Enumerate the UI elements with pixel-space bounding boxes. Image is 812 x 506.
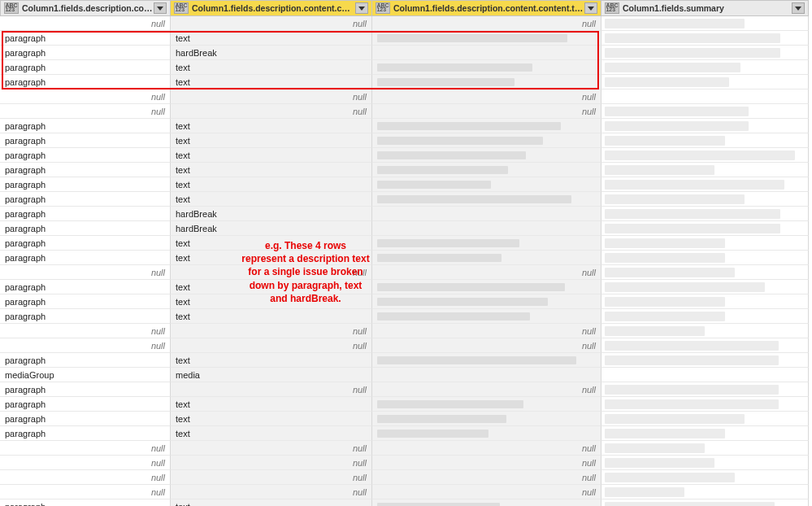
cell-summary[interactable] <box>601 309 809 324</box>
cell-c2[interactable]: text <box>171 397 372 412</box>
cell-c2[interactable]: text <box>171 412 372 426</box>
cell-summary[interactable] <box>601 499 809 506</box>
cell-summary[interactable] <box>601 324 809 338</box>
cell-c2[interactable]: text <box>171 75 372 89</box>
cell-c1[interactable]: paragraph <box>0 119 171 133</box>
cell-c1[interactable]: paragraph <box>0 221 171 236</box>
cell-c3[interactable] <box>372 221 601 236</box>
cell-c2[interactable]: null <box>171 89 372 104</box>
cell-summary[interactable] <box>601 16 809 31</box>
cell-summary[interactable] <box>601 89 809 104</box>
cell-c3[interactable]: null <box>372 16 601 31</box>
cell-c1[interactable]: paragraph <box>0 397 171 412</box>
cell-c1[interactable]: paragraph <box>0 412 171 426</box>
cell-c1[interactable]: null <box>0 441 171 456</box>
datatype-icon[interactable]: ABC123 <box>376 2 390 14</box>
cell-summary[interactable] <box>601 265 809 280</box>
cell-summary[interactable] <box>601 353 809 368</box>
column-header-1[interactable]: ABC123Column1.fields.description.content… <box>171 0 372 16</box>
cell-summary[interactable] <box>601 119 809 133</box>
cell-c2[interactable]: null <box>171 485 372 499</box>
column-filter-dropdown[interactable] <box>355 2 368 14</box>
cell-c2[interactable]: hardBreak <box>171 46 372 60</box>
cell-c2[interactable]: text <box>171 192 372 207</box>
datatype-icon[interactable]: ABC123 <box>605 2 619 14</box>
cell-c2[interactable]: text <box>171 31 372 46</box>
cell-c3[interactable] <box>372 207 601 221</box>
cell-c3[interactable]: null <box>372 265 601 280</box>
cell-c2[interactable]: text <box>171 353 372 368</box>
cell-c2[interactable]: null <box>171 324 372 338</box>
cell-c2[interactable]: null <box>171 382 372 397</box>
cell-c1[interactable]: paragraph <box>0 294 171 309</box>
cell-c1[interactable]: null <box>0 456 171 470</box>
cell-c3[interactable]: null <box>372 104 601 119</box>
cell-c3[interactable] <box>372 119 601 133</box>
cell-c1[interactable]: mediaGroup <box>0 368 171 382</box>
cell-c3[interactable] <box>372 148 601 163</box>
cell-c3[interactable] <box>372 368 601 382</box>
cell-summary[interactable] <box>601 397 809 412</box>
cell-c3[interactable] <box>372 397 601 412</box>
cell-c2[interactable]: null <box>171 265 372 280</box>
cell-c1[interactable]: paragraph <box>0 499 171 506</box>
cell-c3[interactable] <box>372 177 601 192</box>
cell-c3[interactable] <box>372 192 601 207</box>
cell-c1[interactable]: paragraph <box>0 382 171 397</box>
cell-c1[interactable]: paragraph <box>0 60 171 75</box>
cell-summary[interactable] <box>601 221 809 236</box>
cell-c2[interactable]: text <box>171 280 372 294</box>
cell-c2[interactable]: hardBreak <box>171 221 372 236</box>
cell-c1[interactable]: null <box>0 104 171 119</box>
cell-c2[interactable]: text <box>171 133 372 148</box>
cell-c1[interactable]: paragraph <box>0 236 171 251</box>
cell-summary[interactable] <box>601 236 809 251</box>
cell-c1[interactable]: null <box>0 485 171 499</box>
cell-c1[interactable]: paragraph <box>0 177 171 192</box>
cell-c2[interactable]: null <box>171 456 372 470</box>
cell-c3[interactable]: null <box>372 470 601 485</box>
cell-c1[interactable]: paragraph <box>0 163 171 177</box>
cell-c2[interactable]: null <box>171 470 372 485</box>
cell-c3[interactable] <box>372 133 601 148</box>
cell-c3[interactable] <box>372 251 601 265</box>
cell-c3[interactable] <box>372 426 601 441</box>
datatype-icon[interactable]: ABC123 <box>174 2 189 14</box>
cell-c3[interactable]: null <box>372 456 601 470</box>
cell-c1[interactable]: null <box>0 89 171 104</box>
cell-c1[interactable]: paragraph <box>0 133 171 148</box>
cell-c1[interactable]: paragraph <box>0 353 171 368</box>
column-filter-dropdown[interactable] <box>792 2 805 14</box>
column-filter-dropdown[interactable] <box>154 2 167 14</box>
cell-summary[interactable] <box>601 456 809 470</box>
cell-c2[interactable]: text <box>171 148 372 163</box>
cell-c2[interactable]: null <box>171 441 372 456</box>
cell-c3[interactable]: null <box>372 338 601 353</box>
cell-c2[interactable]: media <box>171 368 372 382</box>
cell-summary[interactable] <box>601 294 809 309</box>
cell-summary[interactable] <box>601 382 809 397</box>
cell-c2[interactable]: text <box>171 309 372 324</box>
cell-summary[interactable] <box>601 280 809 294</box>
cell-c3[interactable] <box>372 309 601 324</box>
cell-c1[interactable]: paragraph <box>0 207 171 221</box>
cell-summary[interactable] <box>601 60 809 75</box>
cell-c3[interactable] <box>372 31 601 46</box>
cell-c2[interactable]: text <box>171 236 372 251</box>
cell-c3[interactable] <box>372 163 601 177</box>
cell-summary[interactable] <box>601 46 809 60</box>
cell-c2[interactable]: text <box>171 294 372 309</box>
cell-c3[interactable] <box>372 353 601 368</box>
cell-c3[interactable]: null <box>372 382 601 397</box>
cell-c2[interactable]: null <box>171 104 372 119</box>
cell-c1[interactable]: null <box>0 16 171 31</box>
cell-c3[interactable] <box>372 60 601 75</box>
cell-c3[interactable] <box>372 294 601 309</box>
cell-summary[interactable] <box>601 163 809 177</box>
cell-summary[interactable] <box>601 412 809 426</box>
cell-c1[interactable]: paragraph <box>0 192 171 207</box>
cell-summary[interactable] <box>601 192 809 207</box>
cell-c1[interactable]: null <box>0 338 171 353</box>
cell-c1[interactable]: null <box>0 470 171 485</box>
cell-c3[interactable]: null <box>372 485 601 499</box>
